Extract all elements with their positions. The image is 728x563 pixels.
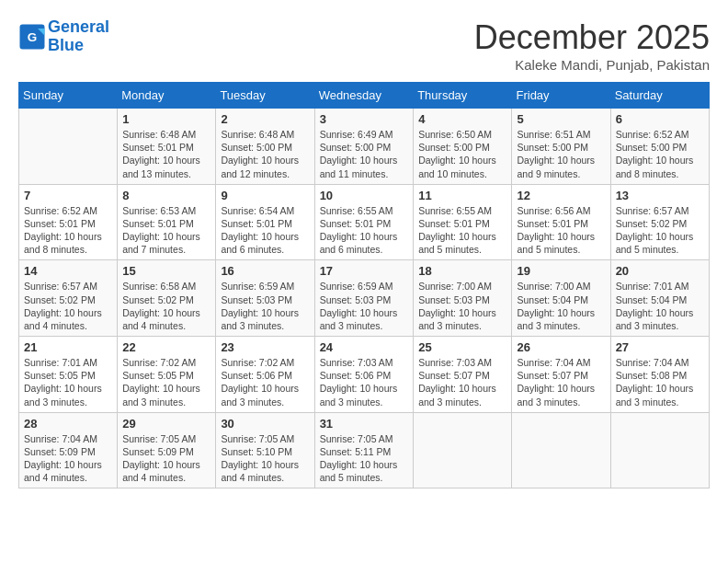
calendar-cell: 8Sunrise: 6:53 AM Sunset: 5:01 PM Daylig…: [118, 184, 216, 260]
day-of-week-header: Thursday: [414, 83, 512, 109]
day-number: 1: [122, 112, 210, 126]
day-info: Sunrise: 6:59 AM Sunset: 5:03 PM Dayligh…: [320, 280, 409, 332]
calendar-header-row: SundayMondayTuesdayWednesdayThursdayFrid…: [19, 83, 710, 109]
day-number: 31: [320, 417, 409, 431]
day-number: 17: [320, 264, 409, 278]
calendar-cell: 9Sunrise: 6:54 AM Sunset: 5:01 PM Daylig…: [216, 184, 314, 260]
day-number: 24: [320, 340, 409, 354]
day-number: 20: [616, 264, 704, 278]
day-info: Sunrise: 7:03 AM Sunset: 5:07 PM Dayligh…: [418, 356, 506, 408]
day-number: 11: [418, 189, 506, 202]
day-number: 28: [24, 417, 112, 431]
calendar-cell: 24Sunrise: 7:03 AM Sunset: 5:06 PM Dayli…: [314, 337, 414, 413]
day-info: Sunrise: 6:57 AM Sunset: 5:02 PM Dayligh…: [616, 204, 704, 257]
day-number: 29: [122, 417, 210, 431]
calendar-cell: 1Sunrise: 6:48 AM Sunset: 5:01 PM Daylig…: [118, 109, 216, 185]
calendar-cell: 11Sunrise: 6:55 AM Sunset: 5:01 PM Dayli…: [414, 184, 512, 260]
day-number: 9: [221, 189, 309, 202]
calendar-cell: 2Sunrise: 6:48 AM Sunset: 5:00 PM Daylig…: [216, 109, 314, 185]
day-info: Sunrise: 7:02 AM Sunset: 5:06 PM Dayligh…: [221, 356, 309, 408]
calendar-week-row: 1Sunrise: 6:48 AM Sunset: 5:01 PM Daylig…: [19, 109, 710, 185]
day-info: Sunrise: 6:56 AM Sunset: 5:01 PM Dayligh…: [517, 204, 605, 257]
day-info: Sunrise: 6:57 AM Sunset: 5:02 PM Dayligh…: [24, 280, 112, 332]
calendar-cell: 7Sunrise: 6:52 AM Sunset: 5:01 PM Daylig…: [19, 184, 118, 260]
calendar-cell: 16Sunrise: 6:59 AM Sunset: 5:03 PM Dayli…: [216, 260, 314, 337]
calendar-week-row: 21Sunrise: 7:01 AM Sunset: 5:05 PM Dayli…: [19, 337, 710, 413]
calendar-cell: 17Sunrise: 6:59 AM Sunset: 5:03 PM Dayli…: [314, 260, 414, 337]
day-info: Sunrise: 7:04 AM Sunset: 5:08 PM Dayligh…: [616, 356, 704, 408]
day-info: Sunrise: 7:04 AM Sunset: 5:09 PM Dayligh…: [24, 432, 112, 485]
calendar-cell: 20Sunrise: 7:01 AM Sunset: 5:04 PM Dayli…: [610, 260, 709, 337]
day-info: Sunrise: 6:50 AM Sunset: 5:00 PM Dayligh…: [418, 128, 506, 180]
day-number: 25: [418, 340, 506, 354]
day-info: Sunrise: 7:02 AM Sunset: 5:05 PM Dayligh…: [122, 356, 210, 408]
day-info: Sunrise: 7:01 AM Sunset: 5:04 PM Dayligh…: [616, 280, 704, 332]
day-info: Sunrise: 6:49 AM Sunset: 5:00 PM Dayligh…: [320, 128, 409, 180]
day-info: Sunrise: 7:04 AM Sunset: 5:07 PM Dayligh…: [517, 356, 605, 408]
day-number: 15: [122, 264, 210, 278]
calendar-cell: 12Sunrise: 6:56 AM Sunset: 5:01 PM Dayli…: [512, 184, 610, 260]
calendar-cell: 18Sunrise: 7:00 AM Sunset: 5:03 PM Dayli…: [414, 260, 512, 337]
logo-icon: G: [18, 23, 46, 51]
day-number: 3: [320, 112, 409, 126]
day-number: 27: [616, 340, 704, 354]
day-info: Sunrise: 6:55 AM Sunset: 5:01 PM Dayligh…: [320, 204, 409, 257]
calendar-cell: 13Sunrise: 6:57 AM Sunset: 5:02 PM Dayli…: [610, 184, 709, 260]
day-number: 14: [24, 264, 112, 278]
logo: G General Blue: [18, 18, 109, 55]
calendar-cell: [414, 412, 512, 488]
day-info: Sunrise: 7:00 AM Sunset: 5:03 PM Dayligh…: [418, 280, 506, 332]
location-subtitle: Kaleke Mandi, Punjab, Pakistan: [474, 57, 710, 73]
calendar-week-row: 14Sunrise: 6:57 AM Sunset: 5:02 PM Dayli…: [19, 260, 710, 337]
day-of-week-header: Tuesday: [216, 83, 314, 109]
calendar-cell: 4Sunrise: 6:50 AM Sunset: 5:00 PM Daylig…: [414, 109, 512, 185]
day-info: Sunrise: 6:51 AM Sunset: 5:00 PM Dayligh…: [517, 128, 605, 180]
day-info: Sunrise: 6:48 AM Sunset: 5:00 PM Dayligh…: [221, 128, 309, 180]
calendar-cell: [512, 412, 610, 488]
day-number: 22: [122, 340, 210, 354]
day-number: 19: [517, 264, 605, 278]
day-info: Sunrise: 7:01 AM Sunset: 5:05 PM Dayligh…: [24, 356, 112, 408]
calendar-body: 1Sunrise: 6:48 AM Sunset: 5:01 PM Daylig…: [19, 109, 710, 488]
day-of-week-header: Monday: [118, 83, 216, 109]
day-info: Sunrise: 7:05 AM Sunset: 5:11 PM Dayligh…: [320, 432, 409, 485]
logo-line1: General: [48, 17, 109, 36]
calendar-cell: [19, 109, 118, 185]
day-number: 21: [24, 340, 112, 354]
title-block: December 2025 Kaleke Mandi, Punjab, Paki…: [474, 18, 710, 73]
day-number: 6: [616, 112, 704, 126]
day-info: Sunrise: 7:03 AM Sunset: 5:06 PM Dayligh…: [320, 356, 409, 408]
month-title: December 2025: [474, 18, 710, 57]
day-info: Sunrise: 6:53 AM Sunset: 5:01 PM Dayligh…: [122, 204, 210, 257]
day-of-week-header: Saturday: [610, 83, 709, 109]
day-info: Sunrise: 7:05 AM Sunset: 5:09 PM Dayligh…: [122, 432, 210, 485]
day-info: Sunrise: 6:59 AM Sunset: 5:03 PM Dayligh…: [221, 280, 309, 332]
calendar-cell: 5Sunrise: 6:51 AM Sunset: 5:00 PM Daylig…: [512, 109, 610, 185]
calendar-cell: 6Sunrise: 6:52 AM Sunset: 5:00 PM Daylig…: [610, 109, 709, 185]
day-number: 18: [418, 264, 506, 278]
calendar-week-row: 7Sunrise: 6:52 AM Sunset: 5:01 PM Daylig…: [19, 184, 710, 260]
day-number: 12: [517, 189, 605, 202]
day-number: 7: [24, 189, 112, 202]
calendar-cell: 30Sunrise: 7:05 AM Sunset: 5:10 PM Dayli…: [216, 412, 314, 488]
calendar-cell: 15Sunrise: 6:58 AM Sunset: 5:02 PM Dayli…: [118, 260, 216, 337]
calendar-cell: 21Sunrise: 7:01 AM Sunset: 5:05 PM Dayli…: [19, 337, 118, 413]
day-info: Sunrise: 6:54 AM Sunset: 5:01 PM Dayligh…: [221, 204, 309, 257]
day-info: Sunrise: 6:52 AM Sunset: 5:01 PM Dayligh…: [24, 204, 112, 257]
calendar-cell: 19Sunrise: 7:00 AM Sunset: 5:04 PM Dayli…: [512, 260, 610, 337]
calendar-cell: 27Sunrise: 7:04 AM Sunset: 5:08 PM Dayli…: [610, 337, 709, 413]
calendar-week-row: 28Sunrise: 7:04 AM Sunset: 5:09 PM Dayli…: [19, 412, 710, 488]
day-info: Sunrise: 6:52 AM Sunset: 5:00 PM Dayligh…: [616, 128, 704, 180]
day-number: 23: [221, 340, 309, 354]
calendar-cell: 10Sunrise: 6:55 AM Sunset: 5:01 PM Dayli…: [314, 184, 414, 260]
day-number: 16: [221, 264, 309, 278]
day-number: 26: [517, 340, 605, 354]
day-of-week-header: Wednesday: [314, 83, 414, 109]
calendar-cell: 14Sunrise: 6:57 AM Sunset: 5:02 PM Dayli…: [19, 260, 118, 337]
day-number: 13: [616, 189, 704, 202]
calendar-cell: 26Sunrise: 7:04 AM Sunset: 5:07 PM Dayli…: [512, 337, 610, 413]
page-header: G General Blue December 2025 Kaleke Mand…: [18, 18, 710, 73]
day-number: 10: [320, 189, 409, 202]
day-number: 5: [517, 112, 605, 126]
day-number: 4: [418, 112, 506, 126]
